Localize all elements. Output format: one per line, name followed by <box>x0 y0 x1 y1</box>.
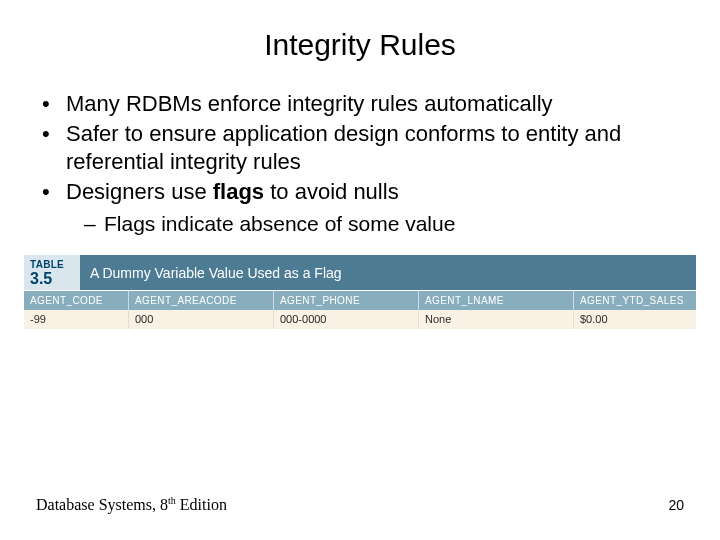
bullet-text: Many RDBMs enforce integrity rules autom… <box>66 90 553 118</box>
table-header-cell: AGENT_AREACODE <box>129 291 274 310</box>
bullet-icon: • <box>42 90 66 118</box>
footer-text-part: Edition <box>176 496 227 513</box>
bullet-icon: • <box>42 178 66 206</box>
slide-title: Integrity Rules <box>24 28 696 62</box>
footer-superscript: th <box>168 495 176 506</box>
table-cell: None <box>419 310 574 329</box>
table-header-cell: AGENT_YTD_SALES <box>574 291 696 310</box>
bullet-list: • Many RDBMs enforce integrity rules aut… <box>24 90 696 237</box>
table-label-box: TABLE 3.5 <box>24 255 80 290</box>
table-cell: 000-0000 <box>274 310 419 329</box>
bullet-text-part: Designers use <box>66 179 213 204</box>
bullet-item: • Designers use flags to avoid nulls <box>42 178 678 206</box>
table-header-cell: AGENT_LNAME <box>419 291 574 310</box>
page-number: 20 <box>668 497 684 513</box>
table-header-row: AGENT_CODE AGENT_AREACODE AGENT_PHONE AG… <box>24 290 696 310</box>
dash-icon: – <box>84 210 104 237</box>
table-cell: -99 <box>24 310 129 329</box>
table-row: -99 000 000-0000 None $0.00 <box>24 310 696 329</box>
table-label-number: 3.5 <box>30 270 74 288</box>
bullet-text-bold: flags <box>213 179 264 204</box>
footer-book-title: Database Systems, 8th Edition <box>36 495 227 514</box>
table-figure: TABLE 3.5 A Dummy Variable Value Used as… <box>24 255 696 329</box>
table-cell: 000 <box>129 310 274 329</box>
table-header-cell: AGENT_CODE <box>24 291 129 310</box>
sub-bullet-item: – Flags indicate absence of some value <box>84 210 678 237</box>
table-label-word: TABLE <box>30 259 74 270</box>
bullet-item: • Safer to ensure application design con… <box>42 120 678 176</box>
sub-bullet-text: Flags indicate absence of some value <box>104 210 455 237</box>
table-header-cell: AGENT_PHONE <box>274 291 419 310</box>
table-caption: A Dummy Variable Value Used as a Flag <box>80 255 696 290</box>
slide-footer: Database Systems, 8th Edition 20 <box>36 495 684 514</box>
bullet-text-part: to avoid nulls <box>264 179 399 204</box>
bullet-text: Designers use flags to avoid nulls <box>66 178 399 206</box>
table-cell: $0.00 <box>574 310 696 329</box>
bullet-icon: • <box>42 120 66 176</box>
bullet-text: Safer to ensure application design confo… <box>66 120 678 176</box>
bullet-item: • Many RDBMs enforce integrity rules aut… <box>42 90 678 118</box>
footer-text-part: Database Systems, 8 <box>36 496 168 513</box>
